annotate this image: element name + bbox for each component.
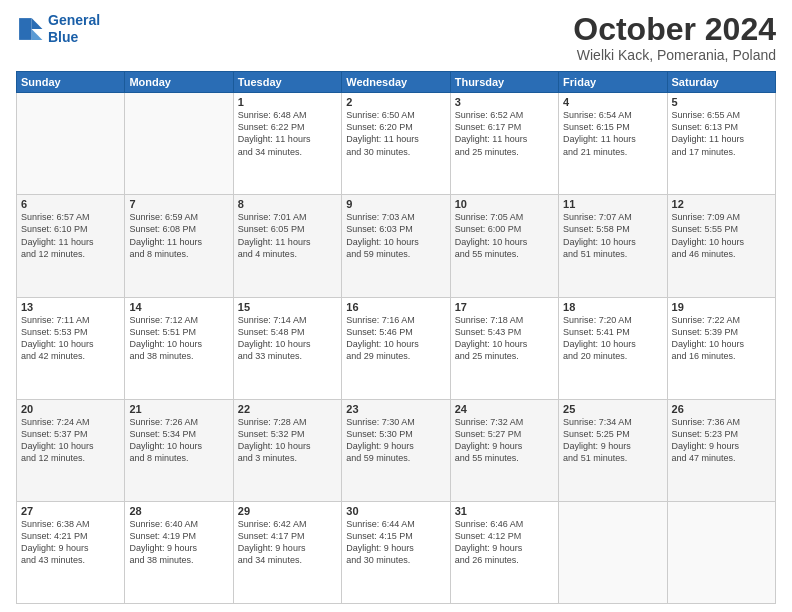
calendar-cell: 18Sunrise: 7:20 AM Sunset: 5:41 PM Dayli…	[559, 297, 667, 399]
day-info: Sunrise: 6:52 AM Sunset: 6:17 PM Dayligh…	[455, 109, 554, 158]
day-info: Sunrise: 6:46 AM Sunset: 4:12 PM Dayligh…	[455, 518, 554, 567]
day-number: 25	[563, 403, 662, 415]
day-number: 12	[672, 198, 771, 210]
day-number: 3	[455, 96, 554, 108]
calendar-cell: 17Sunrise: 7:18 AM Sunset: 5:43 PM Dayli…	[450, 297, 558, 399]
day-number: 21	[129, 403, 228, 415]
weekday-header: Monday	[125, 72, 233, 93]
day-info: Sunrise: 6:57 AM Sunset: 6:10 PM Dayligh…	[21, 211, 120, 260]
page: General Blue October 2024 Wielki Kack, P…	[0, 0, 792, 612]
day-info: Sunrise: 7:14 AM Sunset: 5:48 PM Dayligh…	[238, 314, 337, 363]
day-number: 29	[238, 505, 337, 517]
calendar-cell: 6Sunrise: 6:57 AM Sunset: 6:10 PM Daylig…	[17, 195, 125, 297]
day-number: 22	[238, 403, 337, 415]
day-number: 26	[672, 403, 771, 415]
logo-general: General	[48, 12, 100, 28]
month-title: October 2024	[573, 12, 776, 47]
day-info: Sunrise: 6:50 AM Sunset: 6:20 PM Dayligh…	[346, 109, 445, 158]
day-info: Sunrise: 7:03 AM Sunset: 6:03 PM Dayligh…	[346, 211, 445, 260]
calendar-cell: 27Sunrise: 6:38 AM Sunset: 4:21 PM Dayli…	[17, 501, 125, 603]
day-info: Sunrise: 7:12 AM Sunset: 5:51 PM Dayligh…	[129, 314, 228, 363]
day-number: 1	[238, 96, 337, 108]
day-number: 27	[21, 505, 120, 517]
calendar-cell: 14Sunrise: 7:12 AM Sunset: 5:51 PM Dayli…	[125, 297, 233, 399]
calendar-cell: 7Sunrise: 6:59 AM Sunset: 6:08 PM Daylig…	[125, 195, 233, 297]
calendar-cell: 28Sunrise: 6:40 AM Sunset: 4:19 PM Dayli…	[125, 501, 233, 603]
day-info: Sunrise: 7:32 AM Sunset: 5:27 PM Dayligh…	[455, 416, 554, 465]
day-info: Sunrise: 6:44 AM Sunset: 4:15 PM Dayligh…	[346, 518, 445, 567]
calendar-cell: 15Sunrise: 7:14 AM Sunset: 5:48 PM Dayli…	[233, 297, 341, 399]
calendar-cell: 30Sunrise: 6:44 AM Sunset: 4:15 PM Dayli…	[342, 501, 450, 603]
day-info: Sunrise: 7:18 AM Sunset: 5:43 PM Dayligh…	[455, 314, 554, 363]
day-number: 24	[455, 403, 554, 415]
day-number: 19	[672, 301, 771, 313]
calendar-cell: 19Sunrise: 7:22 AM Sunset: 5:39 PM Dayli…	[667, 297, 775, 399]
day-number: 7	[129, 198, 228, 210]
svg-marker-0	[32, 18, 43, 29]
day-info: Sunrise: 6:40 AM Sunset: 4:19 PM Dayligh…	[129, 518, 228, 567]
calendar-cell: 29Sunrise: 6:42 AM Sunset: 4:17 PM Dayli…	[233, 501, 341, 603]
day-number: 11	[563, 198, 662, 210]
day-number: 5	[672, 96, 771, 108]
logo-text: General Blue	[48, 12, 100, 46]
day-info: Sunrise: 7:09 AM Sunset: 5:55 PM Dayligh…	[672, 211, 771, 260]
day-info: Sunrise: 7:24 AM Sunset: 5:37 PM Dayligh…	[21, 416, 120, 465]
day-info: Sunrise: 6:42 AM Sunset: 4:17 PM Dayligh…	[238, 518, 337, 567]
day-number: 31	[455, 505, 554, 517]
day-info: Sunrise: 6:48 AM Sunset: 6:22 PM Dayligh…	[238, 109, 337, 158]
day-info: Sunrise: 6:54 AM Sunset: 6:15 PM Dayligh…	[563, 109, 662, 158]
day-number: 20	[21, 403, 120, 415]
day-number: 13	[21, 301, 120, 313]
day-info: Sunrise: 7:30 AM Sunset: 5:30 PM Dayligh…	[346, 416, 445, 465]
calendar-week-row: 6Sunrise: 6:57 AM Sunset: 6:10 PM Daylig…	[17, 195, 776, 297]
calendar-week-row: 27Sunrise: 6:38 AM Sunset: 4:21 PM Dayli…	[17, 501, 776, 603]
day-number: 10	[455, 198, 554, 210]
day-number: 4	[563, 96, 662, 108]
day-number: 30	[346, 505, 445, 517]
weekday-header: Tuesday	[233, 72, 341, 93]
day-number: 17	[455, 301, 554, 313]
day-number: 6	[21, 198, 120, 210]
calendar-cell: 23Sunrise: 7:30 AM Sunset: 5:30 PM Dayli…	[342, 399, 450, 501]
calendar-cell	[17, 93, 125, 195]
day-number: 14	[129, 301, 228, 313]
calendar-cell	[667, 501, 775, 603]
calendar-cell: 8Sunrise: 7:01 AM Sunset: 6:05 PM Daylig…	[233, 195, 341, 297]
calendar-cell: 1Sunrise: 6:48 AM Sunset: 6:22 PM Daylig…	[233, 93, 341, 195]
calendar-cell: 21Sunrise: 7:26 AM Sunset: 5:34 PM Dayli…	[125, 399, 233, 501]
day-info: Sunrise: 7:07 AM Sunset: 5:58 PM Dayligh…	[563, 211, 662, 260]
weekday-header: Thursday	[450, 72, 558, 93]
calendar-cell: 25Sunrise: 7:34 AM Sunset: 5:25 PM Dayli…	[559, 399, 667, 501]
day-number: 23	[346, 403, 445, 415]
title-block: October 2024 Wielki Kack, Pomerania, Pol…	[573, 12, 776, 63]
day-number: 8	[238, 198, 337, 210]
day-info: Sunrise: 7:16 AM Sunset: 5:46 PM Dayligh…	[346, 314, 445, 363]
day-info: Sunrise: 7:20 AM Sunset: 5:41 PM Dayligh…	[563, 314, 662, 363]
calendar-cell	[559, 501, 667, 603]
weekday-header: Saturday	[667, 72, 775, 93]
day-info: Sunrise: 7:22 AM Sunset: 5:39 PM Dayligh…	[672, 314, 771, 363]
day-info: Sunrise: 7:01 AM Sunset: 6:05 PM Dayligh…	[238, 211, 337, 260]
day-number: 18	[563, 301, 662, 313]
day-info: Sunrise: 6:38 AM Sunset: 4:21 PM Dayligh…	[21, 518, 120, 567]
calendar-table: SundayMondayTuesdayWednesdayThursdayFrid…	[16, 71, 776, 604]
day-info: Sunrise: 7:28 AM Sunset: 5:32 PM Dayligh…	[238, 416, 337, 465]
day-number: 9	[346, 198, 445, 210]
day-info: Sunrise: 6:55 AM Sunset: 6:13 PM Dayligh…	[672, 109, 771, 158]
day-info: Sunrise: 7:26 AM Sunset: 5:34 PM Dayligh…	[129, 416, 228, 465]
calendar-cell: 12Sunrise: 7:09 AM Sunset: 5:55 PM Dayli…	[667, 195, 775, 297]
day-info: Sunrise: 6:59 AM Sunset: 6:08 PM Dayligh…	[129, 211, 228, 260]
calendar-cell: 2Sunrise: 6:50 AM Sunset: 6:20 PM Daylig…	[342, 93, 450, 195]
calendar-cell: 22Sunrise: 7:28 AM Sunset: 5:32 PM Dayli…	[233, 399, 341, 501]
svg-rect-2	[19, 18, 31, 40]
day-number: 28	[129, 505, 228, 517]
day-info: Sunrise: 7:11 AM Sunset: 5:53 PM Dayligh…	[21, 314, 120, 363]
logo-blue: Blue	[48, 29, 78, 45]
weekday-header: Sunday	[17, 72, 125, 93]
calendar-cell: 20Sunrise: 7:24 AM Sunset: 5:37 PM Dayli…	[17, 399, 125, 501]
logo: General Blue	[16, 12, 100, 46]
calendar-cell: 24Sunrise: 7:32 AM Sunset: 5:27 PM Dayli…	[450, 399, 558, 501]
header: General Blue October 2024 Wielki Kack, P…	[16, 12, 776, 63]
calendar-cell: 11Sunrise: 7:07 AM Sunset: 5:58 PM Dayli…	[559, 195, 667, 297]
svg-marker-1	[32, 29, 43, 40]
